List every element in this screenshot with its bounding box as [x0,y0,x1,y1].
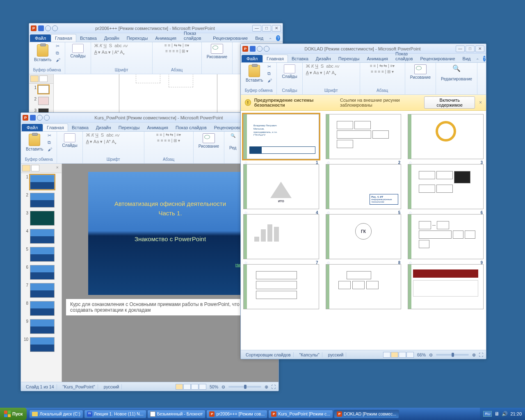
taskbar-item[interactable]: PKurs_PowPoint [Режим с... [268,410,333,418]
save-icon[interactable] [30,115,36,121]
tab-design[interactable]: Дизайн [312,55,335,62]
zoom-out-button[interactable]: ⊖ [429,352,433,357]
tab-file[interactable]: Файл [30,34,51,42]
minimize-button[interactable]: — [252,25,261,32]
tab-design[interactable]: Дизайн [100,34,123,42]
fit-window-button[interactable]: ⛶ [272,384,276,389]
sorter-slide-8[interactable]: ГК [326,214,402,259]
status-language[interactable]: русский [101,384,122,389]
powerpoint-window-doklad[interactable]: P DOKLAD [Режим совместимости] - Microso… [240,43,486,359]
tab-home[interactable]: Главная [262,55,288,62]
thumb-3[interactable] [30,211,55,226]
thumb-10[interactable] [30,337,55,352]
enable-content-button[interactable]: Включить содержимое [424,96,475,109]
save-icon[interactable] [38,25,44,31]
sorter-slide-12[interactable] [408,264,484,309]
tab-view[interactable]: Вид [459,55,475,62]
taskbar-item[interactable]: Локальный диск (C:) [29,410,83,418]
paste-button[interactable]: Вставить [24,133,45,152]
sorter-slide-9[interactable] [408,214,484,259]
tab-insert[interactable]: Вставка [68,124,92,131]
cut-icon[interactable]: ✂ [266,64,273,70]
tab-transitions[interactable]: Переходы [123,34,152,42]
normal-view-button[interactable] [176,384,183,390]
thumbnail-tab-outline[interactable] [39,75,48,82]
titlebar[interactable]: P pr2006+++ [Режим совместимости] - Micr… [29,23,283,33]
sorter-slide-7[interactable] [243,214,319,259]
collapse-ribbon-icon[interactable]: ⌃ [476,58,479,62]
undo-icon[interactable] [37,115,43,121]
language-indicator[interactable]: RU [483,411,492,417]
system-tray[interactable]: RU 🖥 🔊 21:20 [480,408,525,420]
slide-sorter[interactable]: Владимир ПетровичМатюхов, преподаватель,… [241,111,486,350]
thumb-1[interactable] [30,175,55,189]
thumbnail-tab-slides[interactable] [22,165,30,171]
normal-view-button[interactable] [383,352,390,358]
sorter-slide-1[interactable]: Владимир ПетровичМатюхов, преподаватель,… [243,114,319,159]
cut-icon[interactable]: ✂ [46,132,53,139]
taskbar-item[interactable]: Ppr2006+++ [Режим сов... [206,410,267,418]
sorter-slide-2[interactable] [326,114,402,159]
undo-icon[interactable] [45,25,51,31]
slides-button[interactable]: Слайды [68,43,87,59]
redo-icon[interactable] [44,115,50,121]
tab-slideshow[interactable]: Показ слайдов [180,30,209,42]
close-button[interactable]: ✕ [272,25,281,32]
taskbar-item[interactable]: PDOKLAD [Режим совмес... [334,410,399,418]
tab-animation[interactable]: Анимация [363,55,392,62]
tab-design[interactable]: Дизайн [92,124,115,131]
thumb-9[interactable] [30,319,55,334]
editing-button[interactable]: 🔍Ред [228,132,238,151]
slides-button[interactable]: Слайды [280,64,299,80]
sorter-view-button[interactable] [391,352,398,358]
reading-view-button[interactable] [399,352,406,358]
taskbar[interactable]: Пуск Локальный диск (C:) WЛекция 1. Ново… [0,408,525,420]
zoom-out-button[interactable]: ⊖ [221,384,225,389]
tab-transitions[interactable]: Переходы [115,124,144,131]
paste-button[interactable]: Вставить [32,43,53,63]
tab-file[interactable]: Файл [242,55,262,62]
tab-animation[interactable]: Анимация [151,34,180,42]
clock[interactable]: 21:20 [510,411,522,416]
sorter-slide-5[interactable]: Рис. 4. ИТинформационныетехнологии [326,164,402,209]
format-painter-icon[interactable]: 🖌 [46,146,53,152]
thumb-2[interactable] [30,193,55,208]
tray-icon[interactable]: 🖥 [494,411,499,417]
slide-thumbnails[interactable]: × 1 2 3 4 5 6 7 8 9 10 [21,164,62,382]
thumb-8[interactable] [30,301,55,316]
tab-review[interactable]: Рецензирование [417,55,459,62]
thumb-7[interactable] [30,283,55,298]
drawing-button[interactable]: Рисование [409,64,432,80]
save-icon[interactable] [250,46,256,52]
tab-review[interactable]: Рецензирование [209,34,251,42]
zoom-level[interactable]: 50% [210,384,218,389]
titlebar[interactable]: P DOKLAD [Режим совместимости] - Microso… [241,44,486,54]
slide-canvas[interactable]: Автоматизация офисной деятельности Часть… [88,172,252,295]
paste-button[interactable]: Вставить [244,64,265,83]
close-button[interactable]: ✕ [475,46,484,52]
zoom-level[interactable]: 66% [417,352,426,357]
format-painter-icon[interactable]: 🖌 [266,78,273,83]
taskbar-item[interactable]: WЛекция 1. Новое (11) N... [84,410,146,418]
tab-insert[interactable]: Вставка [76,34,100,42]
zoom-in-button[interactable]: ⊕ [265,384,268,389]
start-button[interactable]: Пуск [0,408,27,420]
thumb-5[interactable] [30,247,55,262]
tab-transitions[interactable]: Переходы [335,55,363,62]
zoom-in-button[interactable]: ⊕ [472,352,476,357]
sorter-slide-10[interactable] [243,264,319,309]
slideshow-view-button[interactable] [199,384,206,390]
copy-icon[interactable]: ⧉ [266,71,273,77]
slide-thumbnails[interactable]: 1 2 3 [29,74,54,113]
thumb-2[interactable] [38,97,49,105]
thumb-4[interactable] [30,229,55,244]
thumbnail-tab-outline[interactable] [31,165,39,171]
slideshow-view-button[interactable] [406,352,414,358]
sorter-slide-11[interactable] [326,264,402,309]
minimize-button[interactable]: — [456,46,465,52]
maximize-button[interactable]: □ [466,46,475,52]
titlebar[interactable]: P Kurs_PowPoint [Режим совместимости] - … [21,113,278,123]
cut-icon[interactable]: ✂ [55,43,62,49]
redo-icon[interactable] [52,25,58,31]
tab-animation[interactable]: Анимация [143,124,172,131]
